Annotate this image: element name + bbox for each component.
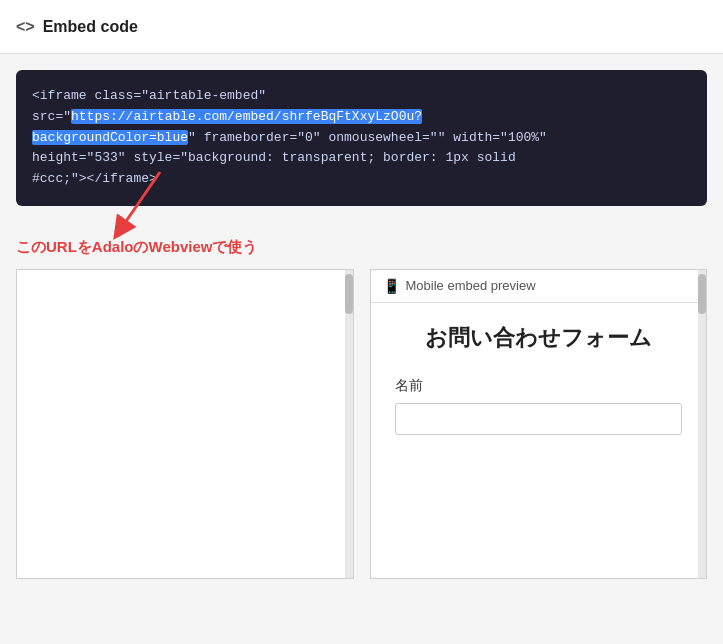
mobile-preview-label: Mobile embed preview	[406, 278, 536, 293]
highlighted-url: https://airtable.com/embed/shrfeBqFtXxyL…	[71, 109, 422, 124]
top-bar: <> Embed code	[0, 0, 723, 54]
annotation-text: このURLをAdaloのWebviewで使う	[16, 238, 707, 257]
page-title: Embed code	[43, 18, 138, 36]
code-line-4: height="533" style="background: transpar…	[32, 148, 691, 169]
embed-code-block: <iframe class="airtable-embed" src="http…	[16, 70, 707, 206]
mobile-preview-header: 📱 Mobile embed preview	[371, 270, 707, 303]
code-icon: <>	[16, 18, 35, 36]
previews-row: 📱 Mobile embed preview お問い合わせフォーム 名前	[16, 269, 707, 579]
mobile-preview-panel: 📱 Mobile embed preview お問い合わせフォーム 名前	[370, 269, 708, 579]
form-field-label: 名前	[395, 377, 683, 395]
highlighted-param: backgroundColor=blue	[32, 130, 188, 145]
code-line-5: #ccc;"></iframe>	[32, 169, 691, 190]
form-input-box	[395, 403, 683, 435]
phone-icon: 📱	[383, 278, 400, 294]
mobile-preview-content: お問い合わせフォーム 名前	[371, 303, 707, 455]
form-title: お問い合わせフォーム	[395, 323, 683, 353]
lower-section: このURLをAdaloのWebviewで使う 📱 Mobile embed pr…	[0, 222, 723, 595]
code-line-3: backgroundColor=blue" frameborder="0" on…	[32, 128, 691, 149]
code-line-2: src="https://airtable.com/embed/shrfeBqF…	[32, 107, 691, 128]
code-block-area: <iframe class="airtable-embed" src="http…	[0, 54, 723, 222]
code-line-1: <iframe class="airtable-embed"	[32, 86, 691, 107]
left-preview-panel	[16, 269, 354, 579]
